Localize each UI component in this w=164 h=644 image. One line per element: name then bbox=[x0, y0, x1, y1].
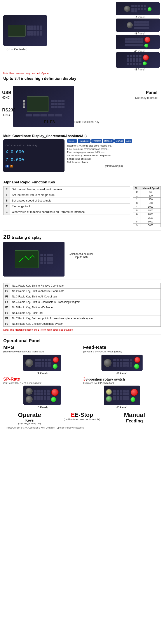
alpha-row-s: S Set analog speed of 1st spindle bbox=[4, 198, 130, 204]
speed-no-2: 2 bbox=[133, 198, 141, 201]
feedrate-feature: Feed-Rate (16 Gears: 0%~150% Feeding Rat… bbox=[83, 344, 161, 353]
tracking-row: (Alphabet & Number Input/Shift) bbox=[3, 242, 161, 276]
f1f8-table: F1 No.1 Rapid Key, Shift to Relative Coo… bbox=[3, 283, 161, 327]
sprate-title: SP-Rate bbox=[3, 377, 81, 382]
usb-label: USB bbox=[2, 90, 11, 95]
op-title: Operational Panel bbox=[3, 338, 161, 343]
feedrate-title-text: Feed-Rate bbox=[83, 344, 106, 350]
panel-a-col: (A Panel) bbox=[3, 354, 81, 375]
sprate-feature: SP-Rate (16 Gears: 0%~150% Feeding Rate) bbox=[3, 377, 81, 384]
speed-header-no: No. bbox=[133, 186, 141, 190]
f5-row: F5 No.5 Rapid Key, Shift to MDI Mode bbox=[4, 305, 161, 310]
f5-key: F5 bbox=[4, 305, 10, 310]
panel-c-col: (C Panel) bbox=[3, 386, 81, 409]
estop-note: (1 million times press mechanical life) bbox=[56, 418, 108, 421]
host-controller-box bbox=[3, 15, 47, 46]
speed-val-0: 60 bbox=[141, 190, 161, 194]
alphabet-title: Alphabet Rapid Function Key bbox=[3, 180, 161, 184]
alpha-row-t: T Exchange tool bbox=[4, 204, 130, 209]
f3-key: F3 bbox=[4, 294, 10, 300]
speed-no-6: 6 bbox=[133, 212, 141, 216]
f2-row: F2 No.2 Rapid Key, Shift to Absolute Coo… bbox=[4, 288, 161, 294]
panel-a-box-label: (A Panel) bbox=[37, 372, 47, 375]
bottom-labels-row: Operate Keys (Crystal type,Long Life) EE… bbox=[3, 411, 161, 426]
operate-title: Operate bbox=[3, 412, 56, 418]
multi-coord-title: Multi Coordinate Display_(Increment/Abso… bbox=[3, 134, 161, 138]
coord-x-value: X 0.000 bbox=[6, 149, 62, 154]
tracking-section: 2D tracking display bbox=[0, 232, 164, 278]
f6-key: F6 bbox=[4, 310, 10, 316]
f3-desc: No.3 Rapid Key, Shift to All Coordinate bbox=[10, 294, 161, 300]
mpg-title-text: MPG bbox=[3, 344, 14, 350]
alpha-row-f: F Set manual feeding speed, unit:mm/min bbox=[4, 186, 130, 192]
redoom-btn: Redoom bbox=[103, 139, 114, 143]
f8-desc: No.8 Rapid Key, Choose Coordinate system bbox=[10, 321, 161, 327]
f1f8-sub: Rapid Functional Key bbox=[74, 120, 99, 124]
panel-b-box bbox=[102, 354, 143, 371]
speed-row-5: 5 1500 bbox=[133, 209, 161, 212]
alpha-desc-s: Set analog speed of 1st spindle bbox=[10, 198, 130, 204]
panel-e-label: (E Panel) bbox=[134, 68, 145, 71]
speed-no-4: 4 bbox=[133, 205, 141, 209]
operational-section: Operational Panel MPG (Handwheel/Manual … bbox=[0, 336, 164, 431]
ce-panels-row: (C Panel) bbox=[3, 386, 161, 409]
speed-header-speed: Manual Speed bbox=[141, 186, 161, 190]
speed-no-7: 7 bbox=[133, 216, 141, 220]
mpg-sub: (Handwheel/Manual Pulse Generator) bbox=[3, 350, 81, 353]
normal-rapid-label: (Normal/Rapid) bbox=[67, 164, 161, 168]
speed-val-2: 250 bbox=[141, 198, 161, 201]
estop-rest: E-Stop bbox=[75, 412, 93, 418]
display-title: Up to 8.4 inches high definition display bbox=[0, 75, 164, 82]
alpha-key-t: T bbox=[4, 204, 10, 209]
coord-display-row: CNC Controller Display X 0.000 Z 0.000 N… bbox=[3, 139, 161, 172]
manual-btn: Manual bbox=[114, 139, 124, 143]
program-btn: Program bbox=[91, 139, 102, 143]
auto-btn: Auto bbox=[125, 139, 132, 143]
feedrate-sub: (16 Gears: 0%~150% Feeding Rate) bbox=[83, 350, 161, 353]
alpha-desc-i: Set increment value of single step bbox=[10, 192, 130, 198]
speed-row-4: 4 1000 bbox=[133, 205, 161, 209]
tracking-rest: tracking display bbox=[11, 235, 42, 240]
e-red: E bbox=[71, 412, 74, 418]
f8-row: F8 No.8 Rapid Key, Choose Coordinate sys… bbox=[4, 321, 161, 327]
alpha-table: F Set manual feeding speed, unit:mm/min … bbox=[3, 186, 130, 215]
speed-no-8: 8 bbox=[133, 220, 141, 224]
speed-val-4: 1000 bbox=[141, 205, 161, 209]
panel-b-col: (B Panel) bbox=[83, 354, 161, 375]
f7-desc: No.7 Rapid Key, Set zero point of curren… bbox=[10, 316, 161, 321]
speed-val-5: 1500 bbox=[141, 209, 161, 212]
alpha-desc-e: Clear value of machine coordinate on Par… bbox=[10, 209, 130, 215]
panel-a-card bbox=[116, 2, 160, 15]
pos3-title: 33-position rotary switch bbox=[83, 377, 161, 382]
pos3-number: 3 bbox=[83, 377, 86, 382]
f2-desc: No.2 Rapid Key, Shift to Absolute Coordi… bbox=[10, 288, 161, 294]
host-controller-label: (Host Controller) bbox=[7, 48, 27, 51]
panel-e-card bbox=[116, 52, 160, 68]
parameter-btn: Parameter bbox=[78, 139, 91, 143]
panel-c-box bbox=[23, 386, 61, 405]
panel-a-label: (A Panel) bbox=[135, 16, 145, 19]
speed-val-9: 3000 bbox=[141, 224, 161, 227]
f1-key: F1 bbox=[4, 283, 10, 288]
speed-row-0: 0 60 bbox=[133, 190, 161, 194]
normal-rapid-panel: RESET Parameter Program Redoom Manual Au… bbox=[67, 139, 161, 168]
speed-val-8: 3000 bbox=[141, 220, 161, 224]
pos3-feature: 33-position rotary switch (Siemens LA39 … bbox=[83, 377, 161, 384]
f8-key: F8 bbox=[4, 321, 10, 327]
f1-desc: No.1 Rapid Key, Shift to Relative Coordi… bbox=[10, 283, 161, 288]
alpha-key-i: I bbox=[4, 192, 10, 198]
f6-row: F6 No.6 Rapid Key, Posit Tool bbox=[4, 310, 161, 316]
operate-note: (Crystal type,Long Life) bbox=[3, 422, 56, 425]
speed-no-0: 0 bbox=[133, 190, 141, 194]
f4-row: F4 No.4 Rapid Key, Shift to Coordinate &… bbox=[4, 300, 161, 305]
coord-z-value: Z 0.000 bbox=[6, 157, 62, 162]
tracking-display-box bbox=[3, 242, 64, 276]
f3-row: F3 No.3 Rapid Key, Shift to All Coordina… bbox=[4, 294, 161, 300]
alpha-row-i: I Set increment value of single step bbox=[4, 192, 130, 198]
manual-speed-table: No. Manual Speed 0 60 1 120 2 250 3 50 bbox=[133, 186, 161, 227]
alpha-key-s: S bbox=[4, 198, 10, 204]
rs232-label: RS232 bbox=[2, 108, 16, 112]
f6-desc: No.6 Rapid Key, Posit Tool bbox=[10, 310, 161, 316]
speed-row-2: 2 250 bbox=[133, 198, 161, 201]
f1f8-label: F1-F8 bbox=[44, 120, 55, 124]
